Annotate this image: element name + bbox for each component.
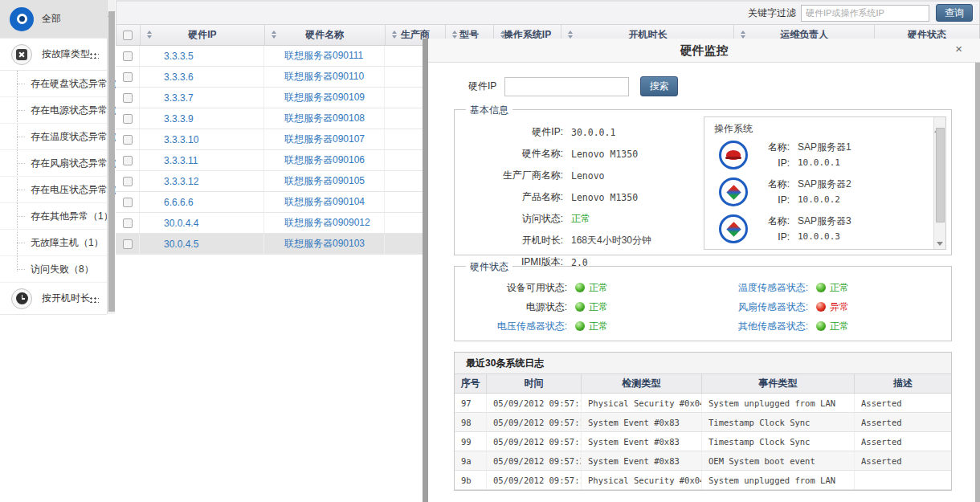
row-checkbox[interactable] — [123, 51, 133, 61]
hardware-name-link[interactable]: 联想服务器090110 — [284, 70, 364, 84]
green-status-icon — [575, 302, 585, 312]
hardware-status-section: 硬件状态 设备可用状态:正常 电源状态:正常 电压传感器状态:正常 温度传感器状… — [454, 266, 952, 341]
sidebar-item-access-failed[interactable]: 访问失败（8） — [0, 256, 107, 283]
hardware-ip-link[interactable]: 3.3.3.5 — [164, 51, 194, 62]
sidebar-scroll-thumb[interactable] — [108, 11, 115, 312]
scroll-up-icon[interactable] — [108, 2, 116, 10]
row-checkbox[interactable] — [123, 114, 133, 124]
sidebar-group-fault-type[interactable]: 按故障类型 — [0, 39, 107, 71]
green-status-icon — [816, 283, 826, 292]
scroll-thumb[interactable] — [936, 128, 945, 222]
temperature-sensor-status: 正常 — [830, 281, 849, 295]
sort-icon[interactable] — [500, 31, 505, 39]
os-ip: 10.0.0.1 — [798, 157, 840, 168]
basic-info-section: 基本信息 硬件IP:30.0.0.1 硬件名称:Lenovo M1350 生产厂… — [454, 109, 952, 255]
manufacturer-value: Lenovo — [571, 170, 605, 182]
hardware-ip-link[interactable]: 6.6.6.6 — [164, 197, 194, 208]
hardware-ip-link[interactable]: 3.3.3.10 — [164, 134, 198, 145]
col-header-hardware-name[interactable]: 硬件名称 — [265, 25, 386, 45]
row-checkbox[interactable] — [123, 218, 133, 228]
voltage-sensor-link[interactable]: 电压传感器状态: — [455, 320, 567, 333]
row-checkbox[interactable] — [123, 177, 133, 186]
sidebar-item-other-abnormal[interactable]: 存在其他异常（1） — [0, 203, 107, 230]
sidebar-item-disk-abnormal[interactable]: 存在硬盘状态异常（0） — [0, 71, 107, 97]
hardware-name-link[interactable]: 联想服务器0909012 — [284, 216, 370, 230]
hardware-name-link[interactable]: 联想服务器090105 — [284, 174, 365, 188]
grid-menu-icon[interactable] — [88, 51, 99, 59]
sidebar: 全部 按故障类型 存在硬盘状态异常（0） 存在电源状态异常（0） 存在温度状态异… — [0, 0, 107, 314]
sort-icon[interactable] — [568, 31, 573, 39]
power-status: 正常 — [589, 300, 608, 314]
sort-icon[interactable] — [272, 31, 276, 39]
hardware-ip-link[interactable]: 3.3.3.7 — [164, 92, 194, 104]
dialog-left-shadow — [423, 39, 428, 502]
hardware-ip-value: 30.0.0.1 — [571, 127, 615, 138]
hardware-ip-link[interactable]: 3.3.3.9 — [164, 113, 194, 124]
log-col-event: 事件类型 — [702, 374, 855, 393]
row-checkbox[interactable] — [123, 239, 133, 249]
sort-icon[interactable] — [147, 31, 152, 39]
hardware-name-link[interactable]: 联想服务器090106 — [284, 153, 365, 167]
os-list-item[interactable]: 名称:SAP服务器1 IP:10.0.0.1 — [719, 140, 933, 170]
dialog-scrollbar[interactable] — [975, 59, 980, 502]
hardware-ip-link[interactable]: 3.3.3.11 — [164, 155, 198, 166]
row-checkbox[interactable] — [123, 72, 133, 82]
access-status-value: 正常 — [571, 212, 590, 226]
sort-icon[interactable] — [741, 31, 745, 39]
dialog-titlebar: 硬件监控 × — [428, 39, 980, 63]
log-header-row: 序号 时间 检测类型 事件类型 描述 — [455, 374, 951, 394]
os-panel-scrollbar[interactable] — [933, 117, 945, 249]
operating-system-panel: 操作系统 名称:SAP服务器1 IP:10.0.0.1 名称:SAP服务器2 I… — [704, 116, 946, 250]
fault-group-label: 按故障类型 — [42, 47, 90, 61]
hardware-ip-link[interactable]: 3.3.3.12 — [164, 176, 198, 187]
hardware-name-link[interactable]: 联想服务器090108 — [284, 112, 365, 125]
os-list-item[interactable]: 名称:SAP服务器3 IP:10.0.0.3 — [719, 214, 933, 244]
sort-icon[interactable] — [392, 31, 397, 39]
hardware-monitor-dialog: 硬件监控 × 硬件IP 搜索 基本信息 硬件IP:30.0.0.1 硬件名称:L… — [428, 39, 980, 502]
sidebar-item-temp-abnormal[interactable]: 存在温度状态异常（0） — [0, 124, 107, 150]
os-list-item[interactable]: 名称:SAP服务器2 IP:10.0.0.2 — [719, 177, 933, 207]
device-available-label: 设备可用状态: — [455, 281, 567, 295]
field-label: 生产厂商名称: — [455, 169, 563, 182]
row-checkbox[interactable] — [123, 198, 133, 207]
row-checkbox[interactable] — [123, 135, 133, 145]
hardware-ip-link[interactable]: 30.0.4.5 — [164, 239, 198, 250]
hardware-name-link[interactable]: 联想服务器090107 — [284, 133, 365, 146]
power-status-label: 电源状态: — [455, 300, 567, 314]
keyword-filter-input[interactable] — [801, 5, 929, 22]
field-label: 产品名称: — [455, 190, 563, 204]
hardware-name-link[interactable]: 联想服务器090104 — [284, 195, 365, 209]
red-status-icon — [816, 302, 826, 312]
hardware-name-link[interactable]: 联想服务器090109 — [284, 91, 365, 104]
fault-type-icon — [11, 44, 32, 65]
green-status-icon — [575, 283, 585, 292]
hardware-ip-search-input[interactable] — [504, 77, 629, 96]
grid-menu-icon[interactable] — [88, 296, 99, 303]
scroll-down-icon[interactable] — [937, 242, 943, 246]
other-sensor-status: 正常 — [830, 320, 849, 333]
sort-icon[interactable] — [452, 31, 457, 39]
sidebar-item-power-abnormal[interactable]: 存在电源状态异常（0） — [0, 97, 107, 124]
search-button[interactable]: 搜索 — [640, 76, 678, 96]
os-diamond-icon — [719, 214, 748, 243]
sidebar-item-all[interactable]: 全部 — [0, 0, 107, 39]
sidebar-group-uptime[interactable]: 按开机时长 — [0, 283, 107, 315]
hardware-name-link[interactable]: 联想服务器090103 — [284, 237, 365, 251]
select-all-checkbox[interactable] — [123, 31, 133, 40]
fan-sensor-link[interactable]: 风扇传感器状态: — [696, 300, 808, 314]
sidebar-scrollbar[interactable] — [107, 0, 115, 314]
col-header-hardware-ip[interactable]: 硬件IP — [141, 25, 265, 45]
uptime-group-label: 按开机时长 — [42, 292, 90, 305]
temperature-sensor-link[interactable]: 温度传感器状态: — [696, 281, 808, 295]
hardware-ip-link[interactable]: 3.3.3.6 — [164, 71, 194, 83]
row-checkbox[interactable] — [123, 156, 133, 165]
hardware-name-link[interactable]: 联想服务器090111 — [284, 49, 363, 63]
sidebar-item-no-fault[interactable]: 无故障主机（1） — [0, 230, 107, 256]
query-button[interactable]: 查询 — [936, 4, 973, 22]
other-sensor-link[interactable]: 其他传感器状态: — [696, 320, 808, 333]
close-icon[interactable]: × — [955, 42, 962, 55]
hardware-ip-link[interactable]: 30.0.4.4 — [164, 218, 198, 229]
sidebar-item-fan-abnormal[interactable]: 存在风扇状态异常（0） — [0, 150, 107, 177]
row-checkbox[interactable] — [123, 93, 133, 103]
sidebar-item-voltage-abnormal[interactable]: 存在电压状态异常（0） — [0, 177, 107, 203]
